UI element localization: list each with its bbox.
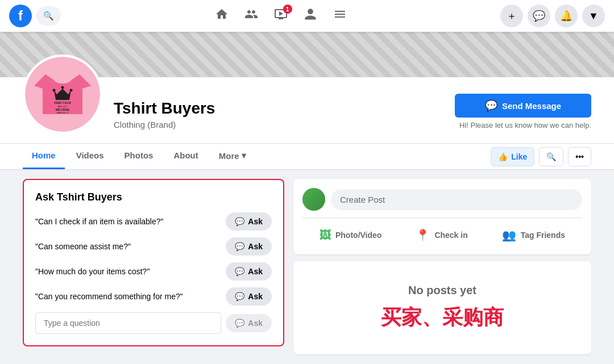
no-posts-section: No posts yet 买家、采购商: [293, 261, 591, 354]
account-button[interactable]: ▼: [582, 5, 605, 27]
tag-friends-icon: 👥: [502, 228, 516, 242]
messenger-button[interactable]: 💬: [528, 5, 550, 27]
nav-right: ＋ 💬 🔔 ▼: [500, 5, 605, 27]
profile-actions: 💬 Send Message Hi! Please let us know ho…: [455, 94, 591, 134]
like-button[interactable]: 👍 Like: [491, 147, 534, 166]
watch-badge: 1: [283, 5, 292, 14]
search-bar[interactable]: 🔍: [36, 6, 61, 26]
ask-question-2: "Can someone assist me?": [35, 242, 219, 251]
check-in-action[interactable]: 📍 Check in: [409, 225, 474, 245]
home-nav-icon[interactable]: [208, 2, 235, 30]
svg-point-0: [53, 89, 56, 92]
create-post-actions: 🖼 Photo/Video 📍 Check in 👥 Tag Friends: [302, 217, 582, 245]
create-post-input[interactable]: Create Post: [331, 189, 582, 210]
ask-button-1[interactable]: 💬 Ask: [226, 212, 272, 231]
main-content: Ask Tshirt Buyers "Can I check if an ite…: [0, 170, 614, 363]
photo-video-icon: 🖼: [320, 229, 331, 242]
nav-left: f 🔍: [9, 5, 61, 27]
ask-input-row: 💬 Ask: [35, 312, 272, 334]
create-post-top: Create Post: [302, 188, 582, 211]
home-icon: [215, 7, 229, 24]
tab-videos[interactable]: Videos: [67, 144, 113, 169]
search-icon: 🔍: [546, 152, 556, 161]
profile-picture[interactable]: KEEP CALM AND LET MELODEE HANDLE IT: [23, 55, 102, 134]
facebook-logo[interactable]: f: [9, 5, 32, 27]
friends-nav-icon[interactable]: [238, 2, 265, 30]
messenger-icon-2: 💬: [235, 242, 244, 251]
page-tabs: Home Videos Photos About More ▾ 👍 Like 🔍…: [0, 143, 614, 169]
svg-text:KEEP CALM: KEEP CALM: [54, 101, 70, 104]
watch-nav-icon[interactable]: 1: [267, 2, 294, 30]
no-posts-text: No posts yet: [316, 284, 569, 297]
help-text: Hi! Please let us know how we can help.: [459, 121, 591, 129]
ask-item-2: "Can someone assist me?" 💬 Ask: [35, 237, 272, 256]
cover-section: KEEP CALM AND LET MELODEE HANDLE IT Tshi…: [0, 32, 614, 170]
tshirt-illustration: KEEP CALM AND LET MELODEE HANDLE IT: [31, 63, 94, 125]
profile-area: KEEP CALM AND LET MELODEE HANDLE IT Tshi…: [0, 77, 614, 143]
user-avatar: [302, 188, 325, 211]
tab-more[interactable]: More ▾: [210, 144, 255, 169]
ask-box: Ask Tshirt Buyers "Can I check if an ite…: [23, 179, 284, 346]
profile-nav-icon[interactable]: [297, 2, 324, 30]
ask-button-4[interactable]: 💬 Ask: [226, 287, 272, 306]
profile-name: Tshirt Buyers: [114, 99, 443, 118]
tab-photos[interactable]: Photos: [115, 144, 163, 169]
profile-info: Tshirt Buyers Clothing (Brand): [114, 99, 443, 134]
tab-about[interactable]: About: [164, 144, 207, 169]
friends-icon: [244, 7, 258, 24]
ask-item-3: "How much do your items cost?" 💬 Ask: [35, 262, 272, 281]
ask-item-4: "Can you recommend something for me?" 💬 …: [35, 287, 272, 306]
create-post-box: Create Post 🖼 Photo/Video 📍 Check in 👥 T…: [293, 179, 591, 254]
right-column: Create Post 🖼 Photo/Video 📍 Check in 👥 T…: [293, 179, 591, 354]
svg-point-1: [61, 86, 64, 89]
messenger-icon-5: 💬: [235, 319, 244, 328]
ask-input-button[interactable]: 💬 Ask: [226, 314, 272, 332]
add-button[interactable]: ＋: [500, 5, 523, 27]
tabs-right: 👍 Like 🔍 •••: [491, 147, 591, 166]
ask-question-4: "Can you recommend something for me?": [35, 292, 219, 301]
messenger-icon-1: 💬: [235, 217, 244, 226]
thumbs-up-icon: 👍: [498, 152, 508, 161]
profile-category: Clothing (Brand): [114, 120, 443, 129]
profile-icon: [304, 7, 317, 24]
left-column: Ask Tshirt Buyers "Can I check if an ite…: [23, 179, 284, 354]
chevron-down-icon: ▾: [242, 150, 246, 161]
ask-button-2[interactable]: 💬 Ask: [226, 237, 272, 256]
messenger-icon-4: 💬: [235, 292, 244, 301]
more-options-button[interactable]: •••: [568, 147, 591, 166]
check-in-icon: 📍: [416, 228, 430, 242]
chinese-text: 买家、采购商: [316, 304, 569, 332]
search-icon: 🔍: [43, 11, 54, 21]
menu-icon: [333, 7, 347, 24]
svg-text:HANDLE IT: HANDLE IT: [57, 111, 69, 114]
ask-item-1: "Can I check if an item is available?" 💬…: [35, 212, 272, 231]
notifications-button[interactable]: 🔔: [555, 5, 578, 27]
menu-nav-icon[interactable]: [326, 2, 354, 30]
send-message-button[interactable]: 💬 Send Message: [455, 94, 591, 118]
messenger-icon: 💬: [485, 99, 497, 112]
ask-input-field[interactable]: [35, 312, 221, 334]
tab-home[interactable]: Home: [23, 144, 65, 169]
search-button[interactable]: 🔍: [539, 147, 563, 166]
ask-question-1: "Can I check if an item is available?": [35, 217, 219, 226]
ask-box-title: Ask Tshirt Buyers: [35, 191, 272, 203]
avatar-image: [302, 188, 325, 211]
photo-video-action[interactable]: 🖼 Photo/Video: [313, 225, 388, 245]
top-navigation: f 🔍 1: [0, 0, 614, 32]
ask-button-3[interactable]: 💬 Ask: [226, 262, 272, 281]
svg-point-2: [70, 89, 73, 92]
tag-friends-action[interactable]: 👥 Tag Friends: [495, 225, 572, 245]
tabs-left: Home Videos Photos About More ▾: [23, 144, 255, 169]
ask-question-3: "How much do your items cost?": [35, 267, 219, 276]
profile-pic-inner: KEEP CALM AND LET MELODEE HANDLE IT: [25, 57, 100, 132]
messenger-icon-3: 💬: [235, 267, 244, 276]
nav-center: 1: [208, 2, 354, 30]
